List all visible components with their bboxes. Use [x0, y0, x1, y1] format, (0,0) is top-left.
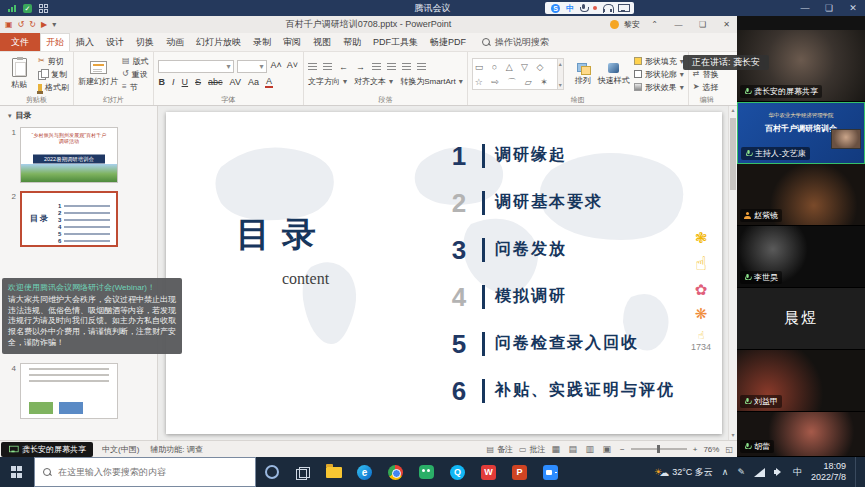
redo-icon[interactable]: ↻ [29, 21, 36, 29]
char-spacing-button[interactable]: AV [229, 77, 242, 87]
qat-dropdown-icon[interactable]: ▾ [52, 21, 56, 29]
clap-reaction-icon[interactable]: ❃ [695, 230, 708, 245]
tab-view[interactable]: 视图 [307, 33, 337, 51]
slide-thumbnail-1[interactable]: “乡村振兴与荆州发展观”百村千户调研活动 2022暑期调研培训会 [20, 127, 118, 183]
thumbs-up-reaction-icon[interactable]: ☝ [695, 254, 707, 273]
align-center-icon[interactable] [387, 63, 396, 70]
tab-insert[interactable]: 插入 [70, 33, 100, 51]
thumbnail-row-2[interactable]: 2 目录 1 2 3 4 5 6 [0, 187, 157, 251]
section-header[interactable]: ▾ 目录 [0, 106, 157, 123]
screen-share-indicator[interactable]: 龚长安的屏幕共享 [1, 442, 93, 457]
reset-button[interactable]: ↺重设 [122, 69, 149, 80]
zoom-out-button[interactable]: − [620, 445, 625, 454]
participant-tile[interactable]: 赵紫镜 [737, 164, 865, 226]
headset-icon[interactable] [603, 4, 612, 12]
slide-thumbnail-4[interactable] [20, 363, 118, 419]
chrome-button[interactable] [380, 457, 411, 487]
align-right-icon[interactable] [402, 63, 411, 70]
shape-effects-button[interactable]: 形状效果▾ [634, 82, 684, 93]
hidden-icons-button[interactable]: ∧ [722, 468, 729, 477]
section-button[interactable]: ≡节 [122, 82, 149, 93]
wps-button[interactable]: W [473, 457, 504, 487]
scroll-down-icon[interactable]: ▾ [729, 431, 737, 440]
participant-tile[interactable]: 华中农业大学经济管理学院 百村千户调研培训会 主持人-文艺康 [737, 102, 865, 164]
user-avatar[interactable] [610, 20, 619, 29]
meeting-app-button[interactable] [535, 457, 566, 487]
ribbon-display-options-icon[interactable]: ⌃ [645, 16, 664, 33]
change-case-button[interactable]: Aa [247, 77, 260, 87]
new-slide-button[interactable]: 新建幻灯片 [78, 61, 118, 87]
font-color-button[interactable]: A [265, 76, 273, 88]
file-explorer-button[interactable] [318, 457, 349, 487]
comments-button[interactable]: ▭批注 [519, 444, 546, 455]
weather-widget[interactable]: ☀ ☁ 32°C 多云 [654, 466, 713, 479]
align-left-icon[interactable] [372, 63, 381, 70]
decrease-indent-icon[interactable]: ← [338, 62, 349, 72]
quick-styles-button[interactable]: 快速样式 [598, 63, 630, 86]
tab-changjie-pdf[interactable]: 畅捷PDF [424, 33, 472, 51]
search-input[interactable] [58, 467, 233, 477]
decrease-font-icon[interactable]: A˅ [286, 60, 299, 73]
cortana-button[interactable] [256, 457, 287, 487]
paste-button[interactable]: 粘贴 [4, 58, 34, 90]
language-indicator[interactable]: 中文(中国) [102, 444, 139, 455]
font-size-select[interactable]: ▾ [237, 60, 267, 73]
ppt-restore-button[interactable]: ❏ [693, 16, 712, 33]
shapes-scroll[interactable]: ▴ ▾ [558, 58, 564, 90]
shape-fill-button[interactable]: 形状填充▾ [634, 56, 684, 67]
slide-scrollbar[interactable]: ▴ ▾ [728, 106, 737, 440]
slide-thumbnail-2-selected[interactable]: 目录 1 2 3 4 5 6 [20, 191, 118, 247]
underline-button[interactable]: U [181, 77, 190, 87]
zoom-level[interactable]: 76% [703, 445, 719, 454]
qq-button[interactable]: Q [442, 457, 473, 487]
clock[interactable]: 18:09 2022/7/8 [811, 461, 846, 484]
tab-help[interactable]: 帮助 [337, 33, 367, 51]
participant-tile[interactable]: 晨煜 [737, 288, 865, 350]
participant-tile[interactable]: 胡蕾 [737, 412, 865, 457]
start-slideshow-icon[interactable]: ▶ [41, 21, 47, 29]
cut-button[interactable]: ✂剪切 [38, 56, 69, 67]
zoom-in-button[interactable]: + [693, 445, 698, 454]
numbering-icon[interactable] [323, 63, 332, 70]
notification-center-button[interactable] [855, 457, 860, 487]
fit-to-window-icon[interactable]: ◱ [725, 445, 733, 454]
accessibility-status[interactable]: 辅助功能: 调查 [150, 444, 202, 455]
thumbnail-row-1[interactable]: 1 “乡村振兴与荆州发展观”百村千户调研活动 2022暑期调研培训会 [0, 123, 157, 187]
shapes-gall ery[interactable]: ▭ ○ △ ▽ ◇ ☆ ⇨ ⌒ ▱ ✶ ∿ ⇦ ✚ ❍ [472, 58, 558, 90]
copy-button[interactable]: 复制 [38, 69, 69, 80]
participant-tile[interactable]: 李世昊 [737, 226, 865, 288]
ime-indicator[interactable]: 中 [793, 468, 802, 477]
ppt-close-button[interactable]: ✕ [717, 16, 736, 33]
interpretation-icon[interactable]: 中 [566, 3, 574, 14]
shape-outline-button[interactable]: 形状轮廓▾ [634, 69, 684, 80]
tab-design[interactable]: 设计 [100, 33, 130, 51]
increase-indent-icon[interactable]: → [355, 62, 366, 72]
edge-button[interactable]: e [349, 457, 380, 487]
mic-icon[interactable] [580, 4, 587, 13]
security-shield-icon[interactable]: ✓ [23, 4, 32, 13]
tab-file[interactable]: 文件 [0, 33, 40, 51]
ppt-minimize-button[interactable]: — [669, 16, 688, 33]
task-view-button[interactable] [287, 457, 318, 487]
tell-me-search[interactable]: 操作说明搜索 [482, 33, 549, 51]
shadow-button[interactable]: abc [207, 77, 224, 87]
zoom-knob[interactable] [657, 445, 660, 453]
undo-icon[interactable]: ↺ [18, 21, 25, 29]
tab-slideshow[interactable]: 幻灯片放映 [190, 33, 247, 51]
view-switcher[interactable]: ▦ ▤ ▥ ▣ [552, 444, 615, 454]
network-quality-icon[interactable] [8, 5, 16, 12]
font-name-select[interactable]: ▾ [158, 60, 234, 73]
bullets-icon[interactable] [308, 63, 317, 70]
start-button[interactable] [0, 457, 34, 487]
zoom-slider[interactable] [631, 448, 687, 450]
tab-home[interactable]: 开始 [40, 33, 70, 51]
justify-icon[interactable] [417, 63, 426, 70]
smartart-button[interactable]: 转换为SmartArt▾ [400, 76, 463, 87]
text-direction-button[interactable]: 文字方向▾ [308, 76, 347, 87]
align-text-button[interactable]: 对齐文本▾ [354, 76, 393, 87]
slide-canvas[interactable]: 目录 content 1调研缘起 2调研基本要求 3问卷发放 4 [166, 112, 722, 434]
save-icon[interactable]: ▣ [5, 21, 13, 29]
maximize-button[interactable]: ❏ [817, 0, 841, 16]
arrange-button[interactable]: 排列 [568, 63, 598, 86]
powerpoint-button[interactable]: P [504, 457, 535, 487]
